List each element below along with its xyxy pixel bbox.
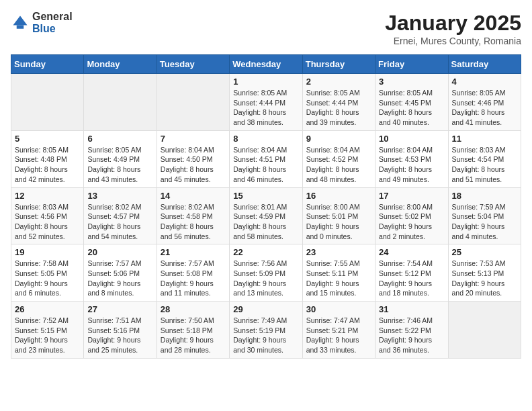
day-info: Sunrise: 8:03 AM Sunset: 4:56 PM Dayligh… <box>15 202 80 242</box>
table-row: 2Sunrise: 8:05 AM Sunset: 4:44 PM Daylig… <box>302 74 375 131</box>
logo-blue-text: Blue <box>32 23 73 35</box>
table-row: 18Sunrise: 7:59 AM Sunset: 5:04 PM Dayli… <box>448 187 521 244</box>
table-row: 25Sunrise: 7:53 AM Sunset: 5:13 PM Dayli… <box>448 244 521 302</box>
table-row: 30Sunrise: 7:47 AM Sunset: 5:21 PM Dayli… <box>302 302 375 359</box>
day-number: 12 <box>15 191 80 201</box>
table-row: 27Sunrise: 7:51 AM Sunset: 5:16 PM Dayli… <box>84 302 157 359</box>
day-info: Sunrise: 7:57 AM Sunset: 5:06 PM Dayligh… <box>87 259 152 298</box>
day-number: 21 <box>161 247 226 257</box>
day-info: Sunrise: 8:05 AM Sunset: 4:48 PM Dayligh… <box>15 145 80 185</box>
day-number: 15 <box>233 191 298 201</box>
day-number: 28 <box>161 304 226 314</box>
table-row: 1Sunrise: 8:05 AM Sunset: 4:44 PM Daylig… <box>230 74 302 131</box>
day-number: 22 <box>233 247 298 257</box>
svg-marker-0 <box>13 15 28 25</box>
day-info: Sunrise: 7:58 AM Sunset: 5:05 PM Dayligh… <box>15 259 80 298</box>
table-row: 7Sunrise: 8:04 AM Sunset: 4:50 PM Daylig… <box>157 130 229 187</box>
table-row: 13Sunrise: 8:02 AM Sunset: 4:57 PM Dayli… <box>84 187 157 244</box>
day-info: Sunrise: 8:05 AM Sunset: 4:45 PM Dayligh… <box>379 88 444 128</box>
day-info: Sunrise: 7:51 AM Sunset: 5:16 PM Dayligh… <box>87 316 152 355</box>
table-row: 8Sunrise: 8:04 AM Sunset: 4:51 PM Daylig… <box>230 130 302 187</box>
day-info: Sunrise: 7:57 AM Sunset: 5:08 PM Dayligh… <box>161 259 226 298</box>
table-row: 6Sunrise: 8:05 AM Sunset: 4:49 PM Daylig… <box>84 130 157 187</box>
calendar-header-row: Sunday Monday Tuesday Wednesday Thursday… <box>11 55 521 74</box>
table-row: 9Sunrise: 8:04 AM Sunset: 4:52 PM Daylig… <box>302 130 375 187</box>
day-number: 10 <box>379 134 444 144</box>
day-info: Sunrise: 8:04 AM Sunset: 4:50 PM Dayligh… <box>161 145 226 185</box>
title-block: January 2025 Ernei, Mures County, Romani… <box>385 11 521 46</box>
day-info: Sunrise: 7:50 AM Sunset: 5:18 PM Dayligh… <box>161 316 226 355</box>
day-info: Sunrise: 7:59 AM Sunset: 5:04 PM Dayligh… <box>452 202 517 242</box>
table-row: 23Sunrise: 7:55 AM Sunset: 5:11 PM Dayli… <box>302 244 375 302</box>
day-info: Sunrise: 7:54 AM Sunset: 5:12 PM Dayligh… <box>379 259 444 298</box>
day-number: 24 <box>379 247 444 257</box>
day-info: Sunrise: 8:04 AM Sunset: 4:53 PM Dayligh… <box>379 145 444 185</box>
day-info: Sunrise: 8:04 AM Sunset: 4:52 PM Dayligh… <box>306 145 371 185</box>
day-info: Sunrise: 7:55 AM Sunset: 5:11 PM Dayligh… <box>306 259 371 298</box>
table-row <box>448 302 521 359</box>
day-number: 8 <box>233 134 298 144</box>
day-info: Sunrise: 7:49 AM Sunset: 5:19 PM Dayligh… <box>233 316 298 355</box>
day-info: Sunrise: 7:56 AM Sunset: 5:09 PM Dayligh… <box>233 259 298 298</box>
day-number: 9 <box>306 134 371 144</box>
day-info: Sunrise: 8:05 AM Sunset: 4:44 PM Dayligh… <box>233 88 298 128</box>
page: General Blue January 2025 Ernei, Mures C… <box>0 0 532 369</box>
table-row: 24Sunrise: 7:54 AM Sunset: 5:12 PM Dayli… <box>375 244 448 302</box>
day-number: 3 <box>379 77 444 87</box>
table-row: 17Sunrise: 8:00 AM Sunset: 5:02 PM Dayli… <box>375 187 448 244</box>
table-row: 28Sunrise: 7:50 AM Sunset: 5:18 PM Dayli… <box>157 302 229 359</box>
day-number: 11 <box>452 134 517 144</box>
table-row: 12Sunrise: 8:03 AM Sunset: 4:56 PM Dayli… <box>11 187 84 244</box>
table-row: 22Sunrise: 7:56 AM Sunset: 5:09 PM Dayli… <box>230 244 302 302</box>
table-row: 10Sunrise: 8:04 AM Sunset: 4:53 PM Dayli… <box>375 130 448 187</box>
table-row: 5Sunrise: 8:05 AM Sunset: 4:48 PM Daylig… <box>11 130 84 187</box>
table-row: 21Sunrise: 7:57 AM Sunset: 5:08 PM Dayli… <box>157 244 229 302</box>
table-row: 29Sunrise: 7:49 AM Sunset: 5:19 PM Dayli… <box>230 302 302 359</box>
table-row: 14Sunrise: 8:02 AM Sunset: 4:58 PM Dayli… <box>157 187 229 244</box>
col-tuesday: Tuesday <box>157 55 229 74</box>
table-row <box>11 74 84 131</box>
calendar-location: Ernei, Mures County, Romania <box>385 36 521 46</box>
day-info: Sunrise: 8:01 AM Sunset: 4:59 PM Dayligh… <box>233 202 298 242</box>
day-info: Sunrise: 8:02 AM Sunset: 4:57 PM Dayligh… <box>87 202 152 242</box>
col-sunday: Sunday <box>11 55 84 74</box>
week-row-4: 19Sunrise: 7:58 AM Sunset: 5:05 PM Dayli… <box>11 244 521 302</box>
day-info: Sunrise: 7:52 AM Sunset: 5:15 PM Dayligh… <box>15 316 80 355</box>
day-number: 18 <box>452 191 517 201</box>
svg-rect-1 <box>17 25 24 28</box>
week-row-5: 26Sunrise: 7:52 AM Sunset: 5:15 PM Dayli… <box>11 302 521 359</box>
day-number: 14 <box>161 191 226 201</box>
day-number: 16 <box>306 191 371 201</box>
day-number: 30 <box>306 304 371 314</box>
calendar-table: Sunday Monday Tuesday Wednesday Thursday… <box>11 54 521 359</box>
day-info: Sunrise: 8:00 AM Sunset: 5:02 PM Dayligh… <box>379 202 444 242</box>
table-row <box>84 74 157 131</box>
table-row: 4Sunrise: 8:05 AM Sunset: 4:46 PM Daylig… <box>448 74 521 131</box>
day-info: Sunrise: 8:05 AM Sunset: 4:46 PM Dayligh… <box>452 88 517 128</box>
col-thursday: Thursday <box>302 55 375 74</box>
day-number: 17 <box>379 191 444 201</box>
day-number: 23 <box>306 247 371 257</box>
day-info: Sunrise: 8:05 AM Sunset: 4:49 PM Dayligh… <box>87 145 152 185</box>
col-friday: Friday <box>375 55 448 74</box>
col-wednesday: Wednesday <box>230 55 302 74</box>
table-row: 31Sunrise: 7:46 AM Sunset: 5:22 PM Dayli… <box>375 302 448 359</box>
day-number: 20 <box>87 247 152 257</box>
table-row: 15Sunrise: 8:01 AM Sunset: 4:59 PM Dayli… <box>230 187 302 244</box>
day-number: 19 <box>15 247 80 257</box>
day-info: Sunrise: 8:03 AM Sunset: 4:54 PM Dayligh… <box>452 145 517 185</box>
header: General Blue January 2025 Ernei, Mures C… <box>11 11 521 46</box>
day-info: Sunrise: 8:05 AM Sunset: 4:44 PM Dayligh… <box>306 88 371 128</box>
col-monday: Monday <box>84 55 157 74</box>
day-info: Sunrise: 8:04 AM Sunset: 4:51 PM Dayligh… <box>233 145 298 185</box>
logo-icon <box>11 13 30 32</box>
col-saturday: Saturday <box>448 55 521 74</box>
table-row: 3Sunrise: 8:05 AM Sunset: 4:45 PM Daylig… <box>375 74 448 131</box>
day-number: 5 <box>15 134 80 144</box>
logo-general-text: General <box>32 11 73 23</box>
table-row: 20Sunrise: 7:57 AM Sunset: 5:06 PM Dayli… <box>84 244 157 302</box>
day-info: Sunrise: 7:47 AM Sunset: 5:21 PM Dayligh… <box>306 316 371 355</box>
calendar-title: January 2025 <box>385 11 521 36</box>
table-row <box>157 74 229 131</box>
logo: General Blue <box>11 11 73 34</box>
